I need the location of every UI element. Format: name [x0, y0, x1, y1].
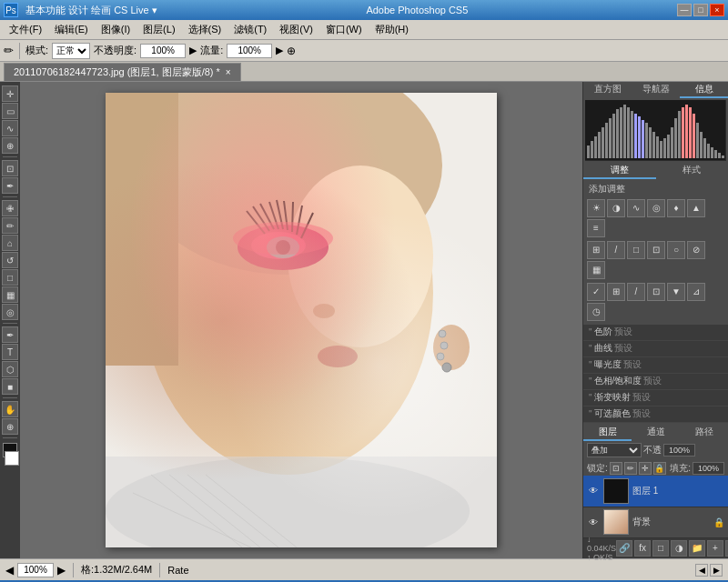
- brightness-contrast-icon[interactable]: ☀: [587, 199, 605, 217]
- layer-mask-button[interactable]: □: [652, 540, 669, 557]
- slash-icon[interactable]: /: [627, 283, 645, 301]
- layer-visibility-2[interactable]: 👁: [587, 516, 600, 528]
- fill-value[interactable]: [693, 462, 724, 475]
- lasso-tool[interactable]: ∿: [2, 120, 18, 136]
- layer-item-1[interactable]: 👁 图层 1: [583, 476, 728, 507]
- svg-rect-49: [642, 120, 644, 158]
- clock-icon[interactable]: ◷: [587, 303, 605, 321]
- minimize-button[interactable]: —: [677, 4, 692, 16]
- tri-icon[interactable]: ▼: [667, 283, 685, 301]
- menu-edit[interactable]: 编辑(E): [49, 21, 94, 38]
- layer-item-2[interactable]: 👁 背景 🔒: [583, 507, 728, 538]
- shape-tool[interactable]: ■: [2, 378, 18, 395]
- zoom-in-btn[interactable]: ▶: [57, 564, 66, 577]
- crop-tool[interactable]: ⊡: [2, 160, 18, 176]
- hsl-icon[interactable]: ▲: [687, 199, 705, 217]
- hand-tool[interactable]: ✋: [2, 401, 18, 417]
- styles-tab[interactable]: 样式: [656, 163, 729, 179]
- lock-image-btn[interactable]: ✏: [624, 462, 637, 475]
- preset-levels[interactable]: 色阶预设: [583, 325, 728, 341]
- text-tool[interactable]: T: [2, 344, 18, 360]
- eraser-tool[interactable]: □: [2, 269, 18, 286]
- mode-select[interactable]: 正常: [52, 43, 90, 59]
- layer-mask-thumb: [604, 479, 628, 503]
- layer-new-button[interactable]: +: [707, 540, 723, 557]
- menu-window[interactable]: 窗口(W): [320, 21, 368, 38]
- preset-selective[interactable]: 可选颜色预设: [583, 406, 728, 423]
- flow-input[interactable]: [227, 44, 272, 58]
- menu-filter[interactable]: 滤镜(T): [228, 21, 272, 38]
- lock-transparent-btn[interactable]: ⊡: [610, 462, 622, 475]
- channels-tab[interactable]: 通道: [632, 425, 680, 441]
- corner-icon[interactable]: ⊿: [687, 283, 705, 301]
- opacity-icon[interactable]: ▶: [189, 45, 197, 56]
- blur-tool[interactable]: ◎: [2, 304, 18, 320]
- photofil-icon[interactable]: /: [607, 241, 625, 259]
- tab-close[interactable]: ×: [226, 67, 231, 77]
- nav-left-btn[interactable]: ◀: [695, 564, 708, 577]
- preset-exposure[interactable]: 曝光度预设: [583, 357, 728, 374]
- layer-fx-button[interactable]: fx: [634, 540, 651, 557]
- opacity-value[interactable]: [663, 444, 695, 457]
- navigator-tab[interactable]: 导航器: [632, 82, 680, 98]
- pen-tool[interactable]: ✒: [2, 326, 18, 343]
- preset-curves[interactable]: 曲线预设: [583, 341, 728, 357]
- menu-select[interactable]: 选择(S): [183, 21, 228, 38]
- tab-image[interactable]: 20110706182447723.jpg (图层1, 图层蒙版/8) * ×: [4, 63, 241, 81]
- clone-tool[interactable]: ⌂: [2, 235, 18, 251]
- paths-tab[interactable]: 路径: [680, 425, 728, 441]
- brush-tool[interactable]: ✏: [2, 217, 18, 234]
- colorbalance-icon[interactable]: ≡: [587, 219, 605, 237]
- layers-tab[interactable]: 图层: [583, 425, 632, 441]
- levels-icon[interactable]: ◑: [607, 199, 625, 217]
- threshold-icon[interactable]: ⊘: [687, 241, 705, 259]
- menu-image[interactable]: 图像(I): [96, 21, 136, 38]
- curves-icon[interactable]: ∿: [627, 199, 645, 217]
- brightness2-icon[interactable]: ⊞: [607, 283, 625, 301]
- menu-layer[interactable]: 图层(L): [137, 21, 180, 38]
- background-color[interactable]: [5, 451, 19, 466]
- opacity-input[interactable]: [140, 44, 186, 58]
- menu-help[interactable]: 帮助(H): [369, 21, 414, 38]
- layer-adjust-button[interactable]: ◑: [671, 540, 687, 557]
- histogram-tab[interactable]: 直方图: [583, 82, 632, 98]
- gradient-map-icon[interactable]: ▦: [587, 261, 605, 279]
- nav-right-btn[interactable]: ▶: [710, 564, 723, 577]
- lock-move-btn[interactable]: ✛: [639, 462, 652, 475]
- zoom-out-btn[interactable]: ◀: [5, 564, 14, 577]
- eyedropper-tool[interactable]: ✒: [2, 177, 18, 194]
- vibrance-icon[interactable]: ♦: [667, 199, 685, 217]
- selective-color-icon[interactable]: ✓: [587, 283, 605, 301]
- posterize-icon[interactable]: ○: [667, 241, 685, 259]
- svg-point-25: [442, 363, 451, 372]
- path-tool[interactable]: ⬡: [2, 361, 18, 377]
- close-button[interactable]: ×: [710, 4, 724, 16]
- healing-tool[interactable]: ✙: [2, 200, 18, 216]
- preset-gradient[interactable]: 渐变映射预设: [583, 390, 728, 406]
- maximize-button[interactable]: □: [693, 4, 708, 16]
- channelmix-icon[interactable]: □: [627, 241, 645, 259]
- gradient-tool[interactable]: ▦: [2, 286, 18, 303]
- layer-visibility-1[interactable]: 👁: [587, 485, 600, 497]
- exposure-icon[interactable]: ◎: [647, 199, 665, 217]
- blackwhite-icon[interactable]: ⊞: [587, 241, 605, 259]
- history-tool[interactable]: ↺: [2, 252, 18, 268]
- layer-link-button[interactable]: 🔗: [616, 540, 632, 557]
- lock-all-btn[interactable]: 🔒: [653, 462, 666, 475]
- marquee-tool[interactable]: ▭: [2, 103, 18, 119]
- airbrush-icon[interactable]: ⊕: [287, 45, 296, 57]
- move-tool[interactable]: ✛: [2, 85, 18, 102]
- invert-icon[interactable]: ⊡: [647, 241, 665, 259]
- adjustments-tab[interactable]: 调整: [583, 163, 656, 179]
- zoom-input[interactable]: [17, 563, 54, 577]
- menu-file[interactable]: 文件(F): [4, 21, 47, 38]
- zoom-tool[interactable]: ⊕: [2, 418, 18, 435]
- layer-folder-button[interactable]: 📁: [689, 540, 705, 557]
- blend-mode-select[interactable]: 叠加 正常: [587, 443, 642, 457]
- quick-select-tool[interactable]: ⊕: [2, 137, 18, 154]
- flow-icon[interactable]: ▶: [276, 45, 283, 56]
- box-icon[interactable]: ⊡: [647, 283, 665, 301]
- menu-view[interactable]: 视图(V): [274, 21, 318, 38]
- preset-hsl[interactable]: 色相/饱和度预设: [583, 374, 728, 390]
- info-tab[interactable]: 信息: [680, 82, 728, 98]
